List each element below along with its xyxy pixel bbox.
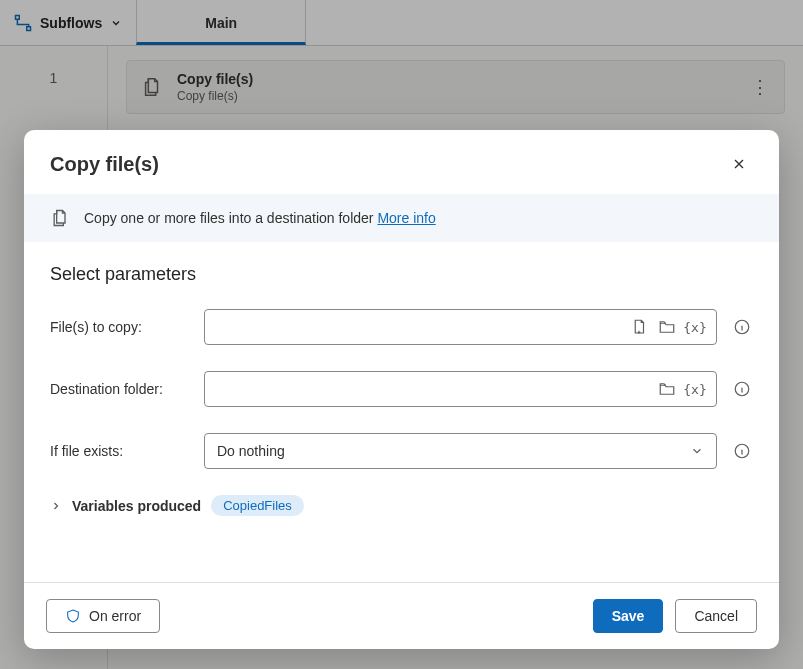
- browse-folder-icon[interactable]: [656, 378, 678, 400]
- variable-picker-icon[interactable]: {x}: [684, 316, 706, 338]
- more-info-link[interactable]: More info: [377, 210, 435, 226]
- variable-pill-copiedfiles[interactable]: CopiedFiles: [211, 495, 304, 516]
- close-button[interactable]: [725, 150, 753, 178]
- dest-label: Destination folder:: [50, 381, 190, 397]
- dialog-body: Select parameters File(s) to copy: {x} D…: [24, 242, 779, 582]
- chevron-down-icon: [690, 444, 704, 458]
- dest-input-wrapper: {x}: [204, 371, 717, 407]
- exists-select[interactable]: Do nothing: [204, 433, 717, 469]
- files-input-wrapper: {x}: [204, 309, 717, 345]
- shield-icon: [65, 608, 81, 624]
- copy-file-icon: [50, 208, 70, 228]
- dialog-info-banner: Copy one or more files into a destinatio…: [24, 194, 779, 242]
- parameters-heading: Select parameters: [50, 264, 753, 285]
- exists-label: If file exists:: [50, 443, 190, 459]
- variables-produced-label: Variables produced: [72, 498, 201, 514]
- exists-value: Do nothing: [217, 443, 285, 459]
- on-error-label: On error: [89, 608, 141, 624]
- dest-input[interactable]: [215, 381, 650, 397]
- dialog-info-text: Copy one or more files into a destinatio…: [84, 210, 436, 226]
- info-icon[interactable]: [731, 316, 753, 338]
- variables-produced-row: Variables produced CopiedFiles: [50, 495, 753, 516]
- files-label: File(s) to copy:: [50, 319, 190, 335]
- copy-files-dialog: Copy file(s) Copy one or more files into…: [24, 130, 779, 649]
- cancel-label: Cancel: [694, 608, 738, 624]
- info-icon[interactable]: [731, 378, 753, 400]
- variable-picker-icon[interactable]: {x}: [684, 378, 706, 400]
- dialog-header: Copy file(s): [24, 130, 779, 194]
- field-if-file-exists: If file exists: Do nothing: [50, 433, 753, 469]
- select-file-icon[interactable]: [628, 316, 650, 338]
- save-label: Save: [612, 608, 645, 624]
- cancel-button[interactable]: Cancel: [675, 599, 757, 633]
- expand-variables-toggle[interactable]: [50, 500, 62, 512]
- info-text: Copy one or more files into a destinatio…: [84, 210, 377, 226]
- dialog-title: Copy file(s): [50, 153, 159, 176]
- on-error-button[interactable]: On error: [46, 599, 160, 633]
- field-files-to-copy: File(s) to copy: {x}: [50, 309, 753, 345]
- files-input[interactable]: [215, 319, 622, 335]
- info-icon[interactable]: [731, 440, 753, 462]
- save-button[interactable]: Save: [593, 599, 664, 633]
- dialog-footer: On error Save Cancel: [24, 582, 779, 649]
- browse-folder-icon[interactable]: [656, 316, 678, 338]
- field-destination-folder: Destination folder: {x}: [50, 371, 753, 407]
